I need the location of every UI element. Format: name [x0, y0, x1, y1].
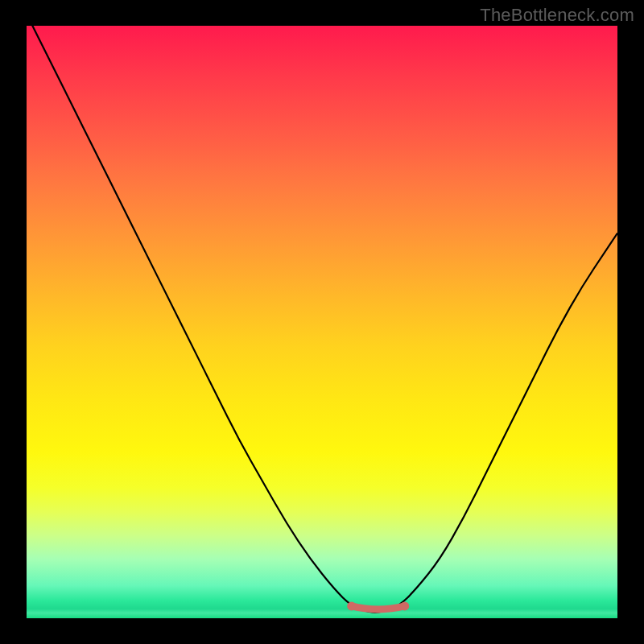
curve-path [27, 14, 617, 612]
bottleneck-curve [27, 26, 617, 618]
chart-frame: TheBottleneck.com [0, 0, 644, 644]
curve-highlight [352, 606, 405, 609]
highlight-dot-left [347, 601, 356, 610]
plot-area [27, 26, 617, 618]
highlight-dot-right [400, 601, 409, 610]
watermark-text: TheBottleneck.com [480, 5, 634, 26]
